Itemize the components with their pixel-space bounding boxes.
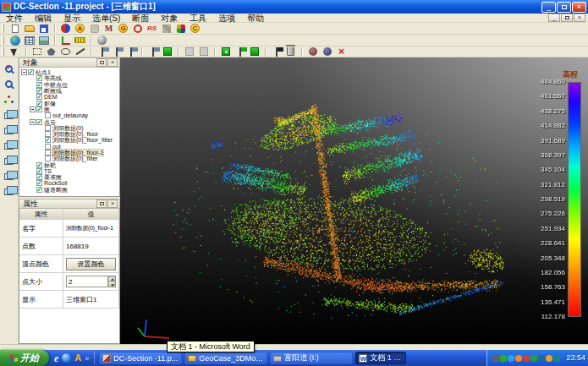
tree-item[interactable]: 浏阳数据(0)_floor_filter xyxy=(19,137,119,143)
cube-view-5-icon[interactable] xyxy=(1,168,18,182)
cube-view-3-icon[interactable] xyxy=(1,138,18,151)
tree-item[interactable]: 中桩点位 xyxy=(19,82,119,88)
tree-expander-icon[interactable] xyxy=(30,119,36,125)
tray-icon[interactable] xyxy=(523,355,530,362)
tree-item[interactable]: 等高线 xyxy=(19,75,119,81)
toolbar-handle[interactable] xyxy=(2,25,4,33)
axes-figure-icon[interactable] xyxy=(1,92,18,106)
new-file-icon[interactable] xyxy=(8,23,22,34)
gray-sphere-icon[interactable] xyxy=(95,35,109,46)
tray-icon[interactable] xyxy=(515,355,522,362)
tree-item[interactable]: 基准面 xyxy=(19,174,119,180)
tree-checkbox[interactable] xyxy=(36,101,42,107)
badge-g-icon[interactable]: G xyxy=(116,23,130,34)
panel-close-button[interactable]: × xyxy=(107,199,118,208)
tree-item[interactable]: out_delaunay xyxy=(19,112,119,118)
data-grid-icon[interactable] xyxy=(22,35,36,46)
tree-checkbox[interactable] xyxy=(45,150,51,156)
more-chevron-icon[interactable]: » xyxy=(85,354,89,363)
tree-item[interactable]: out xyxy=(19,144,119,150)
select-cursor-icon[interactable] xyxy=(8,46,22,57)
tree-item[interactable]: 影像 xyxy=(19,100,119,106)
menu-item[interactable]: 选项 xyxy=(212,14,241,23)
minimize-button[interactable]: _ xyxy=(541,2,556,13)
toolbar-handle[interactable] xyxy=(2,47,4,56)
tree-item[interactable]: DEM xyxy=(19,94,119,100)
ellipse-select-icon[interactable] xyxy=(58,46,73,57)
point-size-value[interactable]: 2 xyxy=(67,278,107,286)
point-size-stepper[interactable]: 2 xyxy=(66,276,116,287)
tree-checkbox[interactable] xyxy=(36,119,42,125)
set-color-button[interactable]: 设置颜色 xyxy=(66,258,116,270)
menu-item[interactable]: 对象 xyxy=(155,14,184,23)
menu-item[interactable]: 显示 xyxy=(58,14,86,23)
tree-expander-icon[interactable] xyxy=(21,69,27,75)
pin-blue-1-icon[interactable] xyxy=(95,46,109,57)
tree-checkbox[interactable] xyxy=(45,112,51,118)
rs-label-icon[interactable]: RS xyxy=(145,23,159,34)
badge-c-icon[interactable]: C xyxy=(188,23,202,34)
tree-item[interactable]: 浏阳数据(0)_floor-1 xyxy=(19,150,119,156)
pin-blue-4-icon[interactable] xyxy=(146,46,160,57)
pin-blue-3-icon[interactable] xyxy=(124,46,138,57)
tree-checkbox[interactable] xyxy=(45,125,51,131)
start-button[interactable]: 开始 xyxy=(0,350,49,366)
green-dot-box-icon[interactable] xyxy=(218,46,233,57)
line-select-icon[interactable] xyxy=(73,46,87,57)
green-box-icon[interactable] xyxy=(160,46,174,57)
toolbar-handle[interactable] xyxy=(2,36,4,45)
globe-icon[interactable] xyxy=(8,35,22,46)
close-button[interactable]: × xyxy=(572,2,586,13)
tree-checkbox[interactable] xyxy=(45,137,51,143)
xyz-axes-icon[interactable] xyxy=(58,35,73,46)
magnifier-icon[interactable] xyxy=(1,77,18,90)
tree-checkbox[interactable] xyxy=(36,82,42,88)
ring-o-icon[interactable] xyxy=(130,23,145,34)
cube-view-4-icon[interactable] xyxy=(1,153,18,167)
level-ruler-icon[interactable] xyxy=(73,35,87,46)
panel-float-button[interactable] xyxy=(96,199,107,208)
tree-item[interactable]: 面 xyxy=(19,107,119,112)
tree-item[interactable]: 浏阳数据(0)_filter xyxy=(19,156,119,161)
menu-item[interactable]: 断面 xyxy=(126,14,155,23)
reader-a-icon[interactable]: A xyxy=(74,353,81,363)
taskbar-button[interactable]: 文档 1 - Microso... xyxy=(355,352,406,364)
tray-icon[interactable] xyxy=(530,355,537,362)
menu-item[interactable]: 编辑 xyxy=(29,14,58,23)
child-minimize-button[interactable]: _ xyxy=(548,14,560,22)
tree-checkbox[interactable] xyxy=(36,174,42,180)
restore-button[interactable] xyxy=(557,2,571,13)
tree-item[interactable]: 浏阳数据(0)_floor xyxy=(19,131,119,137)
tree-checkbox[interactable] xyxy=(45,131,51,137)
taskbar-button[interactable]: 富阳道 (I:) xyxy=(270,352,353,364)
tray-icon[interactable] xyxy=(500,355,507,362)
tree-item[interactable]: 浏阳数据(0) xyxy=(19,125,119,131)
taskbar-button[interactable]: GeoCase_3DModel xyxy=(184,352,267,364)
tree-checkbox[interactable] xyxy=(36,107,42,112)
tree-checkbox[interactable] xyxy=(36,94,42,100)
tree-item[interactable]: TS xyxy=(19,168,119,174)
tree-checkbox[interactable] xyxy=(28,69,34,75)
polygon-select-icon[interactable] xyxy=(44,46,58,57)
menu-item[interactable]: 选单(S) xyxy=(86,14,126,23)
ie-icon[interactable]: e xyxy=(54,353,58,363)
menu-item[interactable]: 帮助 xyxy=(241,14,270,23)
tree-checkbox[interactable] xyxy=(36,162,42,168)
tree-item[interactable]: 隧道断面 xyxy=(19,187,119,193)
tray-icon[interactable] xyxy=(546,355,552,362)
cube-view-6-icon[interactable] xyxy=(1,183,18,197)
image-icon[interactable] xyxy=(36,35,51,46)
3d-sphere-icon[interactable] xyxy=(58,23,73,34)
red-x-icon[interactable]: × xyxy=(334,46,349,57)
cube-view-2-icon[interactable] xyxy=(1,123,18,136)
tree-checkbox[interactable] xyxy=(36,75,42,81)
tree-checkbox[interactable] xyxy=(45,156,51,161)
trash-icon[interactable] xyxy=(283,46,298,57)
tree-item[interactable]: 点云 xyxy=(19,118,119,124)
tree-checkbox[interactable] xyxy=(36,180,42,186)
panel-float-button[interactable] xyxy=(96,58,107,67)
open-folder-icon[interactable] xyxy=(22,23,36,34)
tree-expander-icon[interactable] xyxy=(30,107,36,112)
tree-checkbox[interactable] xyxy=(36,168,42,174)
tree-checkbox[interactable] xyxy=(36,187,42,193)
